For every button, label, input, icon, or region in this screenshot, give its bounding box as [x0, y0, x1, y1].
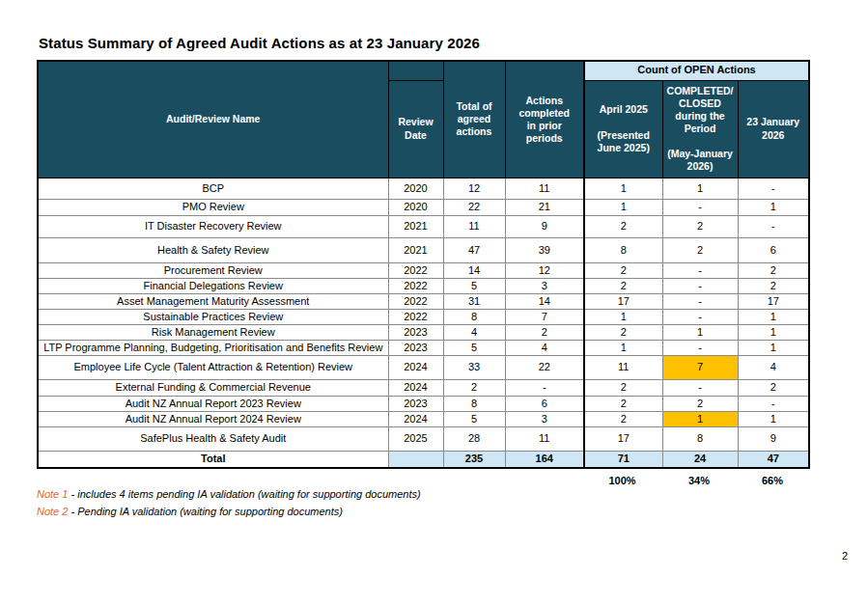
- cell-completed-closed: -: [662, 309, 738, 324]
- cell-completed-closed: 1: [662, 411, 738, 426]
- page-title: Status Summary of Agreed Audit Actions a…: [39, 35, 480, 51]
- cell-jan-open: 1: [738, 340, 809, 355]
- cell-completed-closed: -: [662, 262, 738, 278]
- page-number: 2: [842, 550, 848, 562]
- cell-completed-closed: 1: [662, 324, 738, 340]
- cell-total-agreed: 235: [443, 451, 505, 468]
- percent-jan-open: 66%: [737, 472, 808, 486]
- table-row: Audit NZ Annual Report 2023 Review202386…: [38, 396, 809, 411]
- cell-total-agreed: 12: [443, 178, 505, 199]
- col-header-review-date: Review Date: [388, 80, 443, 178]
- cell-audit-name: Procurement Review: [38, 262, 388, 278]
- note-2-label: Note 2: [37, 506, 68, 517]
- cell-review-date: 2020: [388, 178, 443, 199]
- percent-completed-closed: 34%: [661, 472, 737, 486]
- table-row: Sustainable Practices Review2022871-1: [38, 309, 809, 324]
- col-header-april-2025: April 2025 (Presented June 2025): [584, 80, 662, 178]
- cell-audit-name: External Funding & Commercial Revenue: [38, 379, 388, 396]
- cell-total-agreed: 47: [443, 237, 505, 262]
- cell-april-open: 1: [584, 309, 662, 324]
- total-row: Total235164712447: [38, 451, 809, 468]
- cell-completed-closed: -: [662, 278, 738, 293]
- cell-completed-closed: 2: [662, 396, 738, 411]
- cell-completed-closed: 2: [662, 237, 738, 262]
- cell-prior-completed: 14: [505, 293, 584, 309]
- cell-completed-closed: -: [662, 379, 738, 396]
- cell-audit-name: Health & Safety Review: [38, 237, 388, 262]
- cell-april-open: 2: [584, 324, 662, 340]
- cell-prior-completed: 11: [505, 426, 584, 451]
- note-1: Note 1 - includes 4 items pending IA val…: [37, 485, 421, 503]
- cell-total-agreed: 2: [443, 379, 505, 396]
- cell-total-agreed: 31: [443, 293, 505, 309]
- cell-april-open: 2: [584, 278, 662, 293]
- cell-april-open: 1: [584, 340, 662, 355]
- note-1-text: - includes 4 items pending IA validation…: [70, 488, 420, 500]
- cell-review-date: 2022: [388, 293, 443, 309]
- percent-april-open: 100%: [583, 472, 661, 486]
- cell-audit-name: Asset Management Maturity Assessment: [38, 293, 388, 309]
- cell-april-open: 17: [584, 293, 662, 309]
- table-row: SafePlus Health & Safety Audit2025281117…: [38, 426, 809, 451]
- cell-total-agreed: 8: [443, 396, 505, 411]
- table-row: Procurement Review202214122-2: [38, 262, 809, 278]
- header-row-group: Audit/Review Name Total of agreed action…: [38, 61, 809, 80]
- cell-review-date: 2021: [388, 215, 443, 237]
- cell-prior-completed: 22: [505, 355, 584, 379]
- col-header-23-january-2026: 23 January 2026: [738, 80, 809, 178]
- cell-audit-name: BCP: [38, 178, 388, 199]
- cell-jan-open: 1: [738, 411, 809, 426]
- cell-april-open: 11: [584, 355, 662, 379]
- audit-actions-table: Audit/Review Name Total of agreed action…: [37, 60, 810, 469]
- table-row: IT Disaster Recovery Review202111922-: [38, 215, 809, 237]
- cell-audit-name: Audit NZ Annual Report 2024 Review: [38, 411, 388, 426]
- cell-audit-name: Employee Life Cycle (Talent Attraction &…: [38, 355, 388, 379]
- table-row: Audit NZ Annual Report 2024 Review202453…: [38, 411, 809, 426]
- cell-review-date: 2025: [388, 426, 443, 451]
- cell-audit-name: Sustainable Practices Review: [38, 309, 388, 324]
- cell-audit-name: Financial Delegations Review: [38, 278, 388, 293]
- cell-completed-closed: -: [662, 199, 738, 215]
- cell-completed-closed: -: [662, 340, 738, 355]
- table-row: Employee Life Cycle (Talent Attraction &…: [38, 355, 809, 379]
- table-row: Financial Delegations Review2022532-2: [38, 278, 809, 293]
- cell-review-date: 2024: [388, 355, 443, 379]
- cell-review-date: 2024: [388, 379, 443, 396]
- table-row: BCP2020121111-: [38, 178, 809, 199]
- cell-prior-completed: 2: [505, 324, 584, 340]
- cell-jan-open: 47: [738, 451, 809, 468]
- count-of-open-actions-group-header: Count of OPEN Actions: [584, 61, 809, 80]
- cell-april-open: 2: [584, 379, 662, 396]
- cell-total-agreed: 5: [443, 340, 505, 355]
- cell-jan-open: -: [738, 178, 809, 199]
- cell-jan-open: 1: [738, 309, 809, 324]
- cell-review-date: 2023: [388, 396, 443, 411]
- cell-april-open: 17: [584, 426, 662, 451]
- cell-jan-open: 2: [738, 379, 809, 396]
- cell-prior-completed: 3: [505, 278, 584, 293]
- cell-prior-completed: 4: [505, 340, 584, 355]
- cell-total-agreed: 33: [443, 355, 505, 379]
- col-header-audit-review-name: Audit/Review Name: [38, 61, 388, 178]
- cell-prior-completed: 6: [505, 396, 584, 411]
- cell-completed-closed: 8: [662, 426, 738, 451]
- table-row: PMO Review202022211-1: [38, 199, 809, 215]
- cell-april-open: 2: [584, 215, 662, 237]
- cell-total-agreed: 5: [443, 411, 505, 426]
- cell-jan-open: 2: [738, 262, 809, 278]
- cell-jan-open: 1: [738, 199, 809, 215]
- cell-prior-completed: 3: [505, 411, 584, 426]
- col-header-total-agreed-actions: Total of agreed actions: [443, 61, 505, 178]
- cell-audit-name: Risk Management Review: [38, 324, 388, 340]
- cell-jan-open: 2: [738, 278, 809, 293]
- cell-completed-closed: 24: [662, 451, 738, 468]
- percent-summary-row: 100% 34% 66%: [583, 472, 808, 486]
- col-header-actions-completed-prior: Actions completed in prior periods: [505, 61, 584, 178]
- cell-completed-closed: 7: [662, 355, 738, 379]
- cell-audit-name: Audit NZ Annual Report 2023 Review: [38, 396, 388, 411]
- cell-total-agreed: 22: [443, 199, 505, 215]
- cell-completed-closed: -: [662, 293, 738, 309]
- table-row: LTP Programme Planning, Budgeting, Prior…: [38, 340, 809, 355]
- cell-total-agreed: 14: [443, 262, 505, 278]
- table-body: BCP2020121111-PMO Review202022211-1IT Di…: [38, 178, 809, 468]
